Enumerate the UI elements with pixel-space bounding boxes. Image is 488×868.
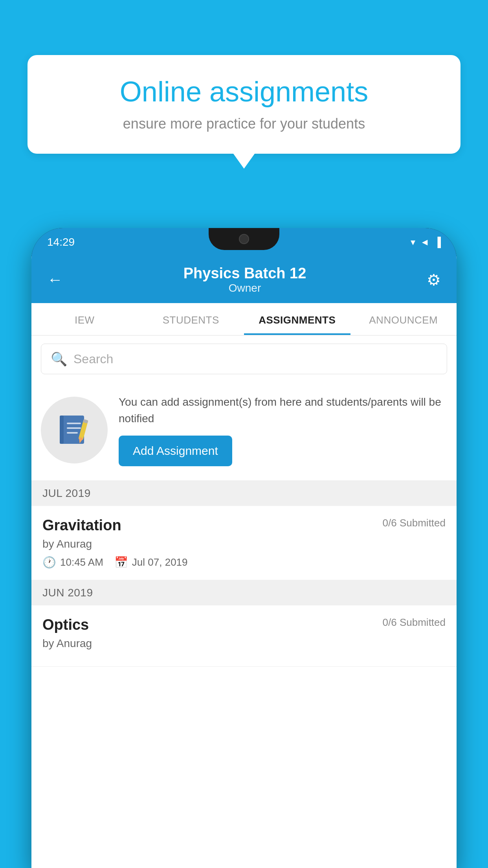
header-subtitle: Owner [63, 282, 427, 294]
notebook-svg-icon [57, 412, 92, 448]
notch-camera [239, 234, 249, 244]
clock-icon: 🕐 [42, 556, 56, 569]
notch [209, 228, 279, 250]
calendar-icon: 📅 [114, 556, 128, 569]
svg-rect-4 [67, 432, 78, 434]
assignment-by-optics: by Anurag [42, 637, 446, 650]
speech-bubble-container: Online assignments ensure more practice … [28, 55, 460, 154]
svg-rect-3 [67, 427, 81, 429]
back-button[interactable]: ← [47, 271, 63, 289]
speech-bubble: Online assignments ensure more practice … [28, 55, 460, 154]
bubble-title: Online assignments [51, 75, 437, 108]
month-section-jun: JUN 2019 [31, 580, 457, 605]
status-bar: 14:29 ▾ ◄ ▐ [31, 228, 457, 256]
assignment-name-gravitation: Gravitation [42, 517, 121, 534]
svg-rect-1 [60, 416, 64, 444]
bubble-subtitle: ensure more practice for your students [51, 116, 437, 132]
header-title-group: Physics Batch 12 Owner [63, 265, 427, 294]
tab-assignments[interactable]: ASSIGNMENTS [244, 303, 350, 335]
meta-time-gravitation: 🕐 10:45 AM [42, 556, 103, 569]
assignment-promo: You can add assignment(s) from here and … [31, 382, 457, 481]
phone-frame: 14:29 ▾ ◄ ▐ ← Physics Batch 12 Owner ⚙ I… [31, 228, 457, 868]
assignment-item-optics[interactable]: Optics 0/6 Submitted by Anurag [31, 605, 457, 667]
tab-students[interactable]: STUDENTS [138, 303, 244, 335]
month-section-jul: JUL 2019 [31, 481, 457, 506]
promo-description: You can add assignment(s) from here and … [119, 394, 447, 427]
search-icon: 🔍 [51, 351, 67, 367]
search-container: 🔍 Search [31, 336, 457, 382]
signal-icon: ◄ [420, 237, 429, 248]
search-bar[interactable]: 🔍 Search [41, 344, 447, 374]
app-header: ← Physics Batch 12 Owner ⚙ [31, 256, 457, 303]
add-assignment-button[interactable]: Add Assignment [119, 436, 232, 466]
battery-icon: ▐ [434, 237, 441, 248]
tab-announcements[interactable]: ANNOUNCEM [350, 303, 457, 335]
assignment-time-gravitation: 10:45 AM [60, 556, 103, 568]
meta-date-gravitation: 📅 Jul 07, 2019 [114, 556, 188, 569]
assignment-top-row: Gravitation 0/6 Submitted [42, 517, 446, 534]
assignment-submitted-optics: 0/6 Submitted [383, 616, 446, 629]
tab-iew[interactable]: IEW [31, 303, 138, 335]
tabs-bar: IEW STUDENTS ASSIGNMENTS ANNOUNCEM [31, 303, 457, 336]
promo-text-area: You can add assignment(s) from here and … [119, 394, 447, 466]
status-time: 14:29 [47, 236, 75, 248]
assignment-meta-gravitation: 🕐 10:45 AM 📅 Jul 07, 2019 [42, 556, 446, 569]
assignment-by-gravitation: by Anurag [42, 538, 446, 550]
assignment-item-gravitation[interactable]: Gravitation 0/6 Submitted by Anurag 🕐 10… [31, 506, 457, 580]
gear-icon[interactable]: ⚙ [427, 271, 441, 289]
month-label-jun: JUN 2019 [42, 587, 93, 599]
assignment-name-optics: Optics [42, 616, 89, 633]
assignment-submitted-gravitation: 0/6 Submitted [383, 517, 446, 529]
search-placeholder: Search [73, 352, 113, 366]
promo-icon-circle [41, 397, 108, 463]
status-icons: ▾ ◄ ▐ [411, 237, 441, 248]
phone-screen: ← Physics Batch 12 Owner ⚙ IEW STUDENTS … [31, 256, 457, 868]
wifi-icon: ▾ [411, 237, 415, 248]
assignment-top-row-optics: Optics 0/6 Submitted [42, 616, 446, 633]
svg-rect-2 [67, 423, 81, 424]
header-title: Physics Batch 12 [63, 265, 427, 282]
assignment-date-gravitation: Jul 07, 2019 [132, 556, 188, 568]
month-label-jul: JUL 2019 [42, 487, 91, 499]
